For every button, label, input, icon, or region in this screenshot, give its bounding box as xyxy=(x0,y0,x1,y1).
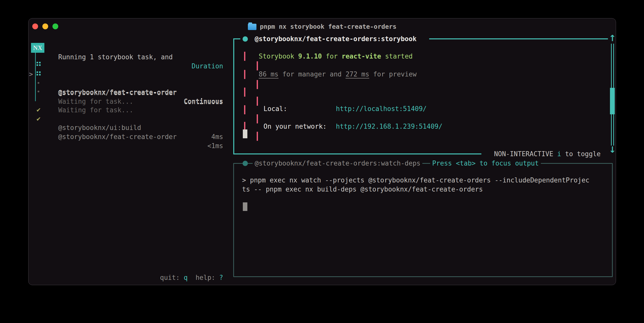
storybook-version: 9.1.10 xyxy=(298,52,322,60)
task-bullet-icon xyxy=(243,161,248,166)
local-url-link[interactable]: http://localhost:51409/ xyxy=(336,104,427,113)
task-name: @storybooknx/ui:build xyxy=(58,123,141,132)
quit-key: q xyxy=(184,274,188,281)
task-row[interactable]: > @storybooknx/feat-create-order Continu… xyxy=(29,61,223,70)
watchdeps-panel-title: @storybooknx/feat-create-orders:watch-de… xyxy=(253,159,422,168)
window-titlebar: pnpm nx storybook feat-create-orders xyxy=(28,21,616,32)
box-bar xyxy=(257,97,258,106)
task-name: @storybooknx/feat-create-order xyxy=(58,132,177,141)
scroll-down-icon[interactable]: ↓ xyxy=(608,145,617,154)
box-bar xyxy=(244,52,245,61)
task-bullet-icon xyxy=(243,36,248,42)
watch-command-line: > pnpm exec nx watch --projects @storybo… xyxy=(242,176,590,185)
box-bar xyxy=(244,105,245,114)
folder-icon xyxy=(248,24,256,30)
box-bar xyxy=(244,88,245,97)
storybook-started-line: Storybook 9.1.10 for react-vite started xyxy=(259,52,413,61)
help-hint-label: help: xyxy=(195,274,219,281)
panel-border-top xyxy=(429,38,608,39)
noninteractive-hint: NON-INTERACTIVE i to toggle xyxy=(494,149,601,158)
preview-time: 272 ms xyxy=(345,70,369,78)
scroll-up-icon[interactable]: ↑ xyxy=(608,34,617,43)
terminal-cursor xyxy=(243,202,247,211)
box-bar xyxy=(257,132,258,141)
quit-hint-label: quit: xyxy=(160,274,184,281)
box-bar xyxy=(257,61,258,70)
terminal-cursor xyxy=(243,129,247,138)
panel-border-stub xyxy=(233,38,240,39)
task-name: Waiting for task... xyxy=(58,97,133,106)
scrollbar-thumb[interactable] xyxy=(610,88,615,114)
task-duration: <1ms xyxy=(207,141,223,150)
watch-command-line: ts -- pnpm exec nx build-deps @storybook… xyxy=(242,185,483,194)
focus-output-hint: Press <tab> to focus output xyxy=(430,159,541,168)
keyboard-hints: quit: q help: ? xyxy=(29,273,223,282)
box-bar xyxy=(257,80,258,89)
check-icon: ✔ xyxy=(37,105,41,114)
task-row[interactable]: Waiting for task... xyxy=(29,87,223,96)
storybook-panel-title: @storybooknx/feat-create-orders:storyboo… xyxy=(255,34,417,43)
toggle-key: i xyxy=(557,150,561,158)
panel-border-bottom xyxy=(233,153,481,154)
pending-dot-icon xyxy=(37,89,41,93)
task-row-completed[interactable]: ✔ @storybooknx/ui:build 4ms xyxy=(29,105,223,114)
help-key: ? xyxy=(219,274,223,281)
spinner-icon xyxy=(37,62,41,66)
network-label: On your network: xyxy=(264,122,327,131)
storybook-builder: react-vite xyxy=(342,52,381,60)
pending-dot-icon xyxy=(37,80,41,84)
task-row-completed[interactable]: ✔ @storybooknx/feat-create-order <1ms xyxy=(29,114,223,123)
network-url-link[interactable]: http://192.168.1.239:51409/ xyxy=(336,122,443,131)
local-label: Local: xyxy=(264,104,287,113)
panel-border-left xyxy=(233,38,234,154)
task-duration: 4ms xyxy=(211,132,223,141)
terminal-window: pnpm nx storybook feat-create-orders NX … xyxy=(28,18,616,285)
manager-time: 86 ms xyxy=(259,70,278,78)
storybook-timing-line: 86 ms for manager and 272 ms for preview xyxy=(259,70,417,79)
tasklist-header: Running 1 storybook task, and Duration xyxy=(29,43,223,52)
box-bar xyxy=(257,114,258,123)
box-bar xyxy=(244,70,245,79)
spinner-icon xyxy=(37,71,41,75)
tasklist-summary: Running 1 storybook task, and xyxy=(58,52,173,62)
task-row[interactable]: Waiting for task... xyxy=(29,79,223,88)
check-icon: ✔ xyxy=(37,114,41,123)
window-title: pnpm nx storybook feat-create-orders xyxy=(260,23,397,30)
task-row[interactable]: @storybooknx/feat-create-order Continuou… xyxy=(29,70,223,79)
